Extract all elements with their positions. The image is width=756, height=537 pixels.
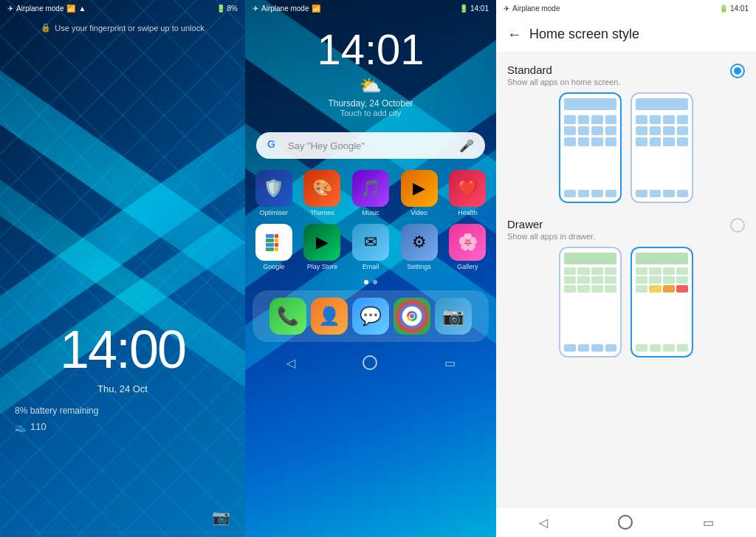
home-nav-bar: ◁ ▭: [245, 348, 496, 377]
drawer-option-desc: Show all apps in drawer.: [507, 232, 595, 241]
settings-back-nav-btn[interactable]: ◁: [539, 516, 548, 530]
svg-point-10: [410, 314, 414, 318]
home-date-sub: Touch to add city: [245, 109, 496, 117]
standard-preview-right: [630, 92, 693, 203]
app-grid-row1: 🛡️ Optimiser 🎨 Themes 🎵 Music ▶ Video ❤️…: [245, 166, 496, 220]
svg-rect-0: [266, 234, 274, 238]
home-status-left: ✈ Airplane mode 📶: [252, 4, 320, 13]
home-screen: ✈ Airplane mode 📶 🔋 14:01 14:01 ⛅ Thursd…: [245, 0, 496, 537]
airplane-mode-icon: ✈: [7, 4, 13, 13]
settings-status-left: ✈ Airplane mode: [504, 4, 560, 13]
health-label: Health: [458, 209, 477, 216]
recent-nav-btn[interactable]: ▭: [444, 356, 456, 370]
home-airplane-icon: ✈: [252, 4, 258, 13]
svg-rect-5: [275, 243, 278, 247]
video-label: Video: [410, 209, 427, 216]
back-nav-btn[interactable]: ◁: [286, 356, 295, 370]
svg-rect-3: [275, 239, 278, 242]
svg-rect-7: [275, 247, 278, 251]
app-dock: 📞 👤 💬 📷: [252, 290, 489, 342]
lock-time: 14:00: [0, 319, 245, 380]
lock-date: Thu, 24 Oct: [0, 383, 245, 394]
app-video[interactable]: ▶ Video: [398, 170, 441, 216]
settings-airplane-icon: ✈: [504, 4, 509, 13]
standard-radio-inner: [734, 67, 741, 75]
health-icon: ❤️: [449, 170, 486, 207]
page-dot-1: [364, 280, 368, 284]
app-settings[interactable]: ⚙ Settings: [398, 224, 441, 270]
dock-chrome[interactable]: [394, 298, 430, 335]
settings-battery-icon: 🔋: [719, 4, 728, 13]
lock-status-text: Airplane mode: [16, 4, 63, 13]
svg-rect-4: [266, 243, 274, 247]
email-icon: ✉: [352, 224, 389, 261]
app-email[interactable]: ✉ Email: [349, 224, 392, 270]
app-playstore[interactable]: ▶ Play Store: [301, 224, 344, 270]
drawer-header-2: [636, 253, 688, 264]
standard-preview-row: [507, 92, 745, 203]
lock-status-right: 🔋 8%: [216, 4, 238, 13]
dock-messages[interactable]: 💬: [352, 298, 389, 335]
app-themes[interactable]: 🎨 Themes: [301, 170, 344, 216]
dock-phone[interactable]: 📞: [269, 298, 306, 335]
google-icon: [255, 224, 292, 261]
search-bar[interactable]: G Say "Hey Google" 🎤: [256, 132, 485, 159]
google-app-label: Google: [263, 263, 284, 270]
standard-radio-button[interactable]: [730, 64, 745, 78]
app-music[interactable]: 🎵 Music: [349, 170, 392, 216]
lock-battery-info: 8% battery remaining: [0, 394, 245, 420]
settings-content: Standard Show all apps on home screen.: [496, 52, 756, 507]
lock-steps: 👟 110: [0, 420, 245, 434]
drawer-radio-button[interactable]: [730, 218, 745, 233]
preview-header-2: [636, 98, 688, 110]
music-icon: 🎵: [352, 170, 389, 207]
dock-contacts[interactable]: 👤: [311, 298, 348, 335]
lock-icon: 🔒: [41, 23, 51, 33]
svg-rect-6: [266, 247, 274, 251]
google-logo: G: [267, 138, 282, 153]
app-optimiser[interactable]: 🛡️ Optimiser: [252, 170, 295, 216]
settings-back-button[interactable]: ←: [507, 26, 522, 43]
lock-status-bar: ✈ Airplane mode 📶 ▲ 🔋 8%: [0, 0, 245, 17]
drawer-preview-right: [630, 247, 693, 358]
drawer-option-block: Drawer Show all apps in drawer.: [507, 218, 745, 358]
standard-option-title: Standard: [507, 64, 620, 76]
drawer-option-row: Drawer Show all apps in drawer.: [507, 218, 745, 241]
playstore-icon: ▶: [303, 224, 340, 261]
settings-page-title: Home screen style: [529, 27, 639, 42]
playstore-label: Play Store: [307, 263, 338, 270]
svg-rect-2: [266, 239, 274, 242]
drawer-option-title: Drawer: [507, 218, 595, 230]
settings-home-nav-btn[interactable]: [618, 515, 633, 530]
preview-grid-2: [632, 113, 692, 148]
dock-camera[interactable]: 📷: [435, 298, 472, 335]
home-status-bar: ✈ Airplane mode 📶 🔋 14:01: [245, 0, 496, 17]
settings-recent-nav-btn[interactable]: ▭: [703, 516, 714, 530]
app-gallery[interactable]: 🌸 Gallery: [446, 224, 489, 270]
settings-icon: ⚙: [401, 224, 438, 261]
home-nav-btn[interactable]: [362, 355, 377, 370]
app-google[interactable]: Google: [252, 224, 295, 270]
drawer-preview-left: [559, 247, 622, 358]
app-grid-row2: Google ▶ Play Store ✉ Email ⚙ Settings 🌸…: [245, 220, 496, 274]
drawer-grid-1: [560, 266, 620, 294]
battery-icon: 🔋: [216, 4, 225, 13]
search-placeholder: Say "Hey Google": [288, 140, 453, 151]
email-label: Email: [362, 263, 379, 270]
home-status-text: Airplane mode: [261, 4, 309, 13]
lock-camera-icon[interactable]: 📷: [212, 508, 230, 526]
themes-label: Themes: [310, 209, 334, 216]
mic-icon[interactable]: 🎤: [459, 139, 474, 153]
app-health[interactable]: ❤️ Health: [446, 170, 489, 216]
home-status-right: 🔋 14:01: [459, 4, 489, 13]
standard-option-block: Standard Show all apps on home screen.: [507, 64, 745, 203]
standard-preview-left: [559, 92, 622, 203]
drawer-grid-2: [632, 266, 692, 294]
steps-icon: 👟: [15, 421, 27, 432]
weather-icon: ⛅: [360, 75, 382, 96]
page-dots: [245, 280, 496, 284]
battery-percent: 8%: [227, 4, 238, 13]
drawer-header-1: [564, 253, 616, 264]
home-weather-row: ⛅: [245, 75, 496, 96]
home-battery-icon: 🔋: [459, 4, 468, 13]
